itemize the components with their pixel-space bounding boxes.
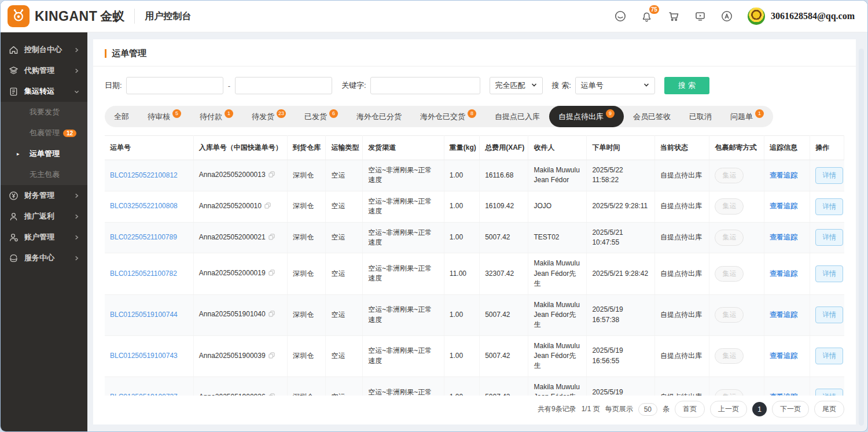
copy-icon[interactable] <box>269 310 275 320</box>
sidebar-item-finance[interactable]: 财务管理 <box>1 185 87 206</box>
detail-button[interactable]: 详情 <box>815 265 843 282</box>
column-header: 当前状态 <box>654 136 709 160</box>
status-tab[interactable]: 待审核 5 <box>138 106 190 127</box>
sidebar-subitem[interactable]: ▸ 运单管理 <box>1 143 87 164</box>
sidebar-subitem[interactable]: ▸ 我要发货 <box>1 102 87 123</box>
ant-icon <box>11 8 26 25</box>
last-page-button[interactable]: 尾页 <box>814 401 844 418</box>
search-type-select[interactable]: 运单号 <box>575 77 655 94</box>
sidebar-item-promotion[interactable]: 推广返利 <box>1 206 87 227</box>
sidebar-item-consolidation[interactable]: 集运转运 <box>1 81 87 102</box>
sidebar-item-account[interactable]: 账户管理 <box>1 227 87 248</box>
copy-icon[interactable] <box>264 202 271 212</box>
prev-page-button[interactable]: 上一页 <box>710 401 747 418</box>
page-info: 1/1 页 <box>582 404 600 414</box>
chevron-right-icon <box>74 46 79 54</box>
consolidation-pill: 集运 <box>715 307 744 323</box>
match-mode-select[interactable]: 完全匹配 <box>490 77 543 94</box>
next-page-button[interactable]: 下一页 <box>772 401 809 418</box>
view-tracking-link[interactable]: 查看追踪 <box>770 171 797 179</box>
status-tab[interactable]: 待发货 23 <box>242 106 295 127</box>
count-badge: 6 <box>329 109 338 118</box>
brand-name-cn: 金蚁 <box>100 8 124 24</box>
waybill-link[interactable]: BLC01250522100812 <box>110 171 178 179</box>
view-tracking-link[interactable]: 查看追踪 <box>770 311 797 319</box>
support-icon[interactable] <box>613 9 627 23</box>
video-console-icon[interactable] <box>693 9 707 23</box>
status-tab[interactable]: 会员已签收 <box>624 106 680 127</box>
status-tab[interactable]: 海外仓已交货 8 <box>411 106 486 127</box>
keyword-input[interactable] <box>370 77 480 94</box>
status-tab[interactable]: 全部 <box>105 106 138 127</box>
sidebar-subitem[interactable]: ▸ 包裹管理 12 <box>1 123 87 143</box>
brand-logo[interactable] <box>8 5 30 27</box>
copy-icon[interactable] <box>269 269 275 279</box>
table-row: BLC01250519100744 Anna2025051901040 深圳仓 … <box>105 294 844 335</box>
view-tracking-link[interactable]: 查看追踪 <box>770 269 797 278</box>
detail-button[interactable]: 详情 <box>815 229 843 246</box>
sidebar-item-purchasing[interactable]: 代购管理 <box>1 60 87 81</box>
detail-button[interactable]: 详情 <box>815 307 843 323</box>
sidebar-subitem[interactable]: ▸ 无主包裹 <box>1 164 87 185</box>
count-badge: 8 <box>468 109 476 118</box>
user-email[interactable]: 3061628584@qq.com <box>771 11 855 21</box>
order-time-cell: 2025/5/19 15:17:21 <box>587 376 655 396</box>
first-page-button[interactable]: 首页 <box>675 401 705 418</box>
detail-button[interactable]: 详情 <box>815 167 843 184</box>
status-tab[interactable]: 已发货 6 <box>295 106 347 127</box>
date-to-input[interactable] <box>235 77 332 94</box>
vertical-scrollbar[interactable] <box>859 49 864 426</box>
chevron-right-icon <box>74 254 79 263</box>
active-marker-icon: ▸ <box>17 151 20 157</box>
recipient-cell: Makila Muwulu Jean Fédor先生 <box>528 376 587 396</box>
channel-cell: 空运~非洲刚果~正常速度 <box>363 335 444 376</box>
user-avatar[interactable] <box>748 8 765 25</box>
copy-icon[interactable] <box>269 171 275 180</box>
column-header: 运输类型 <box>326 136 363 160</box>
language-icon[interactable] <box>720 9 734 23</box>
copy-icon[interactable] <box>269 352 275 361</box>
waybill-link[interactable]: BLC03250522100808 <box>110 202 178 210</box>
count-badge: 1 <box>755 109 764 118</box>
view-tracking-link[interactable]: 查看追踪 <box>770 202 797 210</box>
status-tab[interactable]: 自提点已入库 <box>486 106 549 127</box>
status-tab[interactable]: 海外仓已分货 <box>347 106 411 127</box>
waybill-link[interactable]: BLC01250519100743 <box>110 352 178 360</box>
date-from-input[interactable] <box>126 77 223 94</box>
detail-button[interactable]: 详情 <box>815 198 843 215</box>
per-page-unit: 条 <box>663 404 670 414</box>
consolidation-pill: 集运 <box>715 168 744 183</box>
column-header: 运单号 <box>105 136 193 160</box>
copy-icon[interactable] <box>269 233 275 243</box>
waybill-link[interactable]: BLC01250521100782 <box>110 269 177 278</box>
status-cell: 自提点待出库 <box>654 376 709 396</box>
status-tab[interactable]: 自提点待出库 9 <box>549 106 624 127</box>
detail-button[interactable]: 详情 <box>815 389 843 396</box>
warehouse-cell: 深圳仓 <box>288 222 326 253</box>
notifications-icon[interactable]: 75 <box>640 9 654 23</box>
warehouse-cell: 深圳仓 <box>288 376 326 396</box>
chevron-right-icon <box>74 191 79 200</box>
detail-button[interactable]: 详情 <box>815 348 843 364</box>
status-tab[interactable]: 待付款 1 <box>190 106 242 127</box>
transport-type-cell: 空运 <box>326 222 363 253</box>
person-gear-icon <box>9 232 19 242</box>
recipient-cell: JOJO <box>528 191 587 222</box>
view-tracking-link[interactable]: 查看追踪 <box>770 352 797 360</box>
current-page-button[interactable]: 1 <box>752 402 767 416</box>
sidebar-item-service[interactable]: 服务中心 <box>1 248 87 268</box>
per-page-select[interactable]: 50 <box>638 403 657 416</box>
sidebar-item-console-center[interactable]: 控制台中心 <box>1 39 87 60</box>
weight-cell: 1.00 <box>444 191 479 222</box>
waybill-link[interactable]: BLC01250519100744 <box>110 311 178 319</box>
cost-cell: 5007.42 <box>480 335 528 376</box>
app-window: KINGANT 金蚁 用户控制台 75 3061628584@qq.com 控制 <box>0 0 868 432</box>
waybill-link[interactable]: BLC02250521100789 <box>110 233 177 241</box>
view-tracking-link[interactable]: 查看追踪 <box>770 233 797 241</box>
status-tab[interactable]: 已取消 <box>680 106 721 127</box>
cart-icon[interactable] <box>667 9 681 23</box>
table-row: BLC01250519100743 Anna2025051900039 深圳仓 … <box>105 335 844 376</box>
search-button[interactable]: 搜 索 <box>664 77 709 94</box>
consolidation-pill: 集运 <box>715 198 744 214</box>
status-tab[interactable]: 问题单 1 <box>721 106 773 127</box>
